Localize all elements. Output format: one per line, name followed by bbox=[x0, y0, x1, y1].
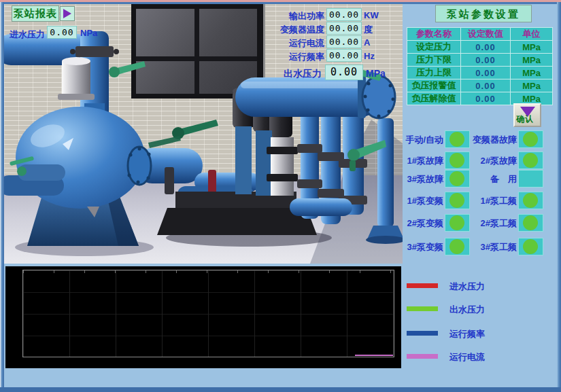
inlet-pressure-value: 0.00 bbox=[47, 26, 77, 39]
param-value[interactable]: 0.00 bbox=[461, 41, 511, 54]
confirm-button-label: 确认 bbox=[516, 113, 534, 125]
indicator-spare bbox=[518, 170, 543, 188]
legend-swatch-inlet-pressure bbox=[407, 283, 438, 288]
param-value[interactable]: 0.00 bbox=[461, 67, 511, 79]
run-current-label: 运行电流 bbox=[245, 37, 324, 50]
param-unit: MPa bbox=[511, 67, 553, 79]
output-power-value: 00.00 bbox=[326, 8, 362, 21]
report-button[interactable]: 泵站报表 bbox=[12, 5, 59, 22]
valve-handles-center bbox=[148, 120, 218, 148]
outlet-pressure-unit: MPa bbox=[366, 68, 386, 79]
led-green bbox=[523, 132, 538, 147]
param-name: 负压解除值 bbox=[407, 92, 461, 105]
param-value[interactable]: 0.00 bbox=[461, 54, 511, 67]
settings-table-header-row: 参数名称 设定数值 单位 bbox=[407, 28, 553, 41]
trend-line-run-current bbox=[355, 355, 393, 356]
indicator-label-pump2-vfd: 2#泵变频 bbox=[367, 217, 443, 230]
inverter-temp-label: 变频器温度 bbox=[245, 24, 324, 36]
indicator-pump2-fault bbox=[518, 152, 543, 169]
param-unit: MPa bbox=[511, 79, 553, 92]
settings-row: 负压报警值 0.00 MPa bbox=[407, 79, 553, 92]
run-current-unit: A bbox=[364, 37, 370, 48]
settings-panel-title: 泵站参数设置 bbox=[435, 5, 532, 22]
report-open-button[interactable] bbox=[60, 6, 75, 21]
param-name: 压力下限 bbox=[407, 54, 461, 67]
legend-label-run-current: 运行电流 bbox=[449, 351, 485, 363]
col-header-unit: 单位 bbox=[511, 28, 553, 41]
indicator-pump3-mains bbox=[518, 238, 543, 255]
legend-label-run-frequency: 运行频率 bbox=[449, 328, 485, 340]
col-header-set-value: 设定数值 bbox=[461, 28, 511, 41]
inlet-pressure-label: 进水压力 bbox=[10, 29, 45, 41]
inverter-temp-value: 00.00 bbox=[326, 22, 362, 35]
led-green bbox=[523, 153, 538, 168]
run-frequency-label: 运行频率 bbox=[245, 51, 324, 63]
indicator-label-manual-auto: 手动/自动 bbox=[367, 134, 443, 146]
trend-chart bbox=[5, 266, 401, 368]
confirm-button[interactable]: 确认 bbox=[513, 103, 541, 127]
outlet-pressure-label: 出水压力 bbox=[250, 68, 322, 80]
output-power-label: 输出功率 bbox=[245, 10, 324, 22]
indicator-label-pump2-fault: 2#泵故障 bbox=[441, 155, 517, 167]
outlet-manifold bbox=[235, 75, 395, 118]
indicator-label-vfd-fault: 变频器故障 bbox=[441, 134, 517, 146]
settings-row: 设定压力 0.00 MPa bbox=[407, 41, 553, 54]
indicator-label-pump1-vfd: 1#泵变频 bbox=[367, 195, 443, 207]
run-frequency-value: 00.00 bbox=[326, 49, 362, 62]
param-unit: MPa bbox=[511, 41, 553, 54]
indicator-pump2-mains bbox=[518, 214, 543, 232]
param-name: 负压报警值 bbox=[407, 79, 461, 92]
run-frequency-unit: Hz bbox=[364, 51, 375, 61]
hmi-pump-station-screen: 泵站报表 进水压力 0.00 NPa 输出功率 00.00 KW 变频器温度 0… bbox=[0, 0, 561, 392]
col-header-param-name: 参数名称 bbox=[407, 28, 461, 41]
legend-label-inlet-pressure: 进水压力 bbox=[449, 281, 485, 293]
trend-chart-plot-area bbox=[22, 270, 394, 357]
led-green bbox=[523, 239, 538, 254]
indicator-label-pump3-fault: 3#泵故障 bbox=[367, 173, 443, 185]
legend-swatch-run-frequency bbox=[407, 331, 438, 336]
indicator-label-pump3-mains: 3#泵工频 bbox=[441, 241, 517, 253]
settings-table: 参数名称 设定数值 单位 设定压力 0.00 MPa 压力下限 0.00 MPa… bbox=[407, 27, 553, 105]
param-name: 设定压力 bbox=[407, 41, 461, 54]
indicator-label-pump3-vfd: 3#泵变频 bbox=[367, 241, 443, 253]
frame-right-border bbox=[557, 2, 561, 392]
legend-label-outlet-pressure: 出水压力 bbox=[449, 304, 485, 316]
frame-left-border bbox=[0, 2, 4, 392]
indicator-label-spare: 备 用 bbox=[441, 173, 517, 185]
output-power-unit: KW bbox=[364, 10, 379, 20]
indicator-vfd-fault bbox=[518, 130, 543, 148]
param-value[interactable]: 0.00 bbox=[461, 92, 511, 105]
silver-vent-cylinder bbox=[58, 57, 95, 100]
outlet-pressure-value: 0.00 bbox=[325, 65, 363, 80]
settings-row: 压力下限 0.00 MPa bbox=[407, 54, 553, 67]
valve-green-left bbox=[109, 61, 146, 77]
led-green bbox=[523, 215, 538, 230]
inverter-temp-unit: 度 bbox=[364, 24, 373, 36]
led-green bbox=[523, 193, 538, 208]
param-unit: MPa bbox=[511, 54, 553, 67]
run-current-value: 00.00 bbox=[326, 35, 362, 48]
param-name: 压力上限 bbox=[407, 67, 461, 79]
frame-bottom-border bbox=[0, 387, 561, 392]
indicator-label-pump1-fault: 1#泵故障 bbox=[367, 155, 443, 167]
indicator-pump1-mains bbox=[518, 192, 543, 209]
indicator-label-pump1-mains: 1#泵工频 bbox=[441, 195, 517, 207]
inlet-pressure-unit: NPa bbox=[80, 28, 97, 38]
param-value[interactable]: 0.00 bbox=[461, 79, 511, 92]
play-icon bbox=[63, 9, 71, 18]
settings-row: 压力上限 0.00 MPa bbox=[407, 67, 553, 79]
report-button-label: 泵站报表 bbox=[14, 7, 57, 19]
legend-swatch-outlet-pressure bbox=[407, 306, 438, 311]
indicator-label-pump2-mains: 2#泵工频 bbox=[441, 217, 517, 230]
frame-top-border bbox=[0, 2, 561, 4]
legend-swatch-run-current bbox=[407, 354, 438, 359]
